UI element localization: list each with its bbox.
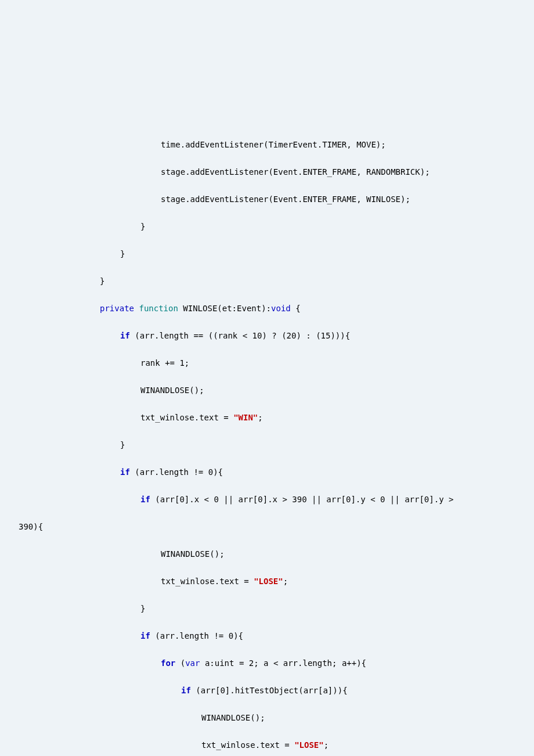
code-line: txt_winlose.text = "LOSE"; [19,575,515,589]
code-line: if (arr.length == ((rank < 10) ? (20) : … [19,329,515,343]
code-line: WINANDLOSE(); [19,711,515,725]
code-line: } [19,247,515,261]
code-line: } [19,220,515,234]
code-line: } [19,602,515,616]
code-line: WINANDLOSE(); [19,384,515,398]
code-line: } [19,438,515,452]
code-line: if (arr.length != 0){ [19,466,515,480]
code-line: WINANDLOSE(); [19,548,515,561]
code-line: stage.addEventListener(Event.ENTER_FRAME… [19,193,515,207]
code-line: rank += 1; [19,357,515,370]
code-line-wrap: 390){ [19,520,515,534]
code-block: time.addEventListener(TimerEvent.TIMER, … [19,124,515,756]
code-line: private function WINLOSE(et:Event):void … [19,302,515,316]
code-line: } [19,275,515,289]
code-line: if (arr[0].hitTestObject(arr[a])){ [19,684,515,698]
code-line: txt_winlose.text = "LOSE"; [19,739,515,753]
code-line: time.addEventListener(TimerEvent.TIMER, … [19,138,515,152]
code-line: stage.addEventListener(Event.ENTER_FRAME… [19,165,515,179]
code-line: for (var a:uint = 2; a < arr.length; a++… [19,657,515,671]
code-line: if (arr[0].x < 0 || arr[0].x > 390 || ar… [19,493,515,507]
code-line: if (arr.length != 0){ [19,629,515,643]
code-line: txt_winlose.text = "WIN"; [19,411,515,425]
